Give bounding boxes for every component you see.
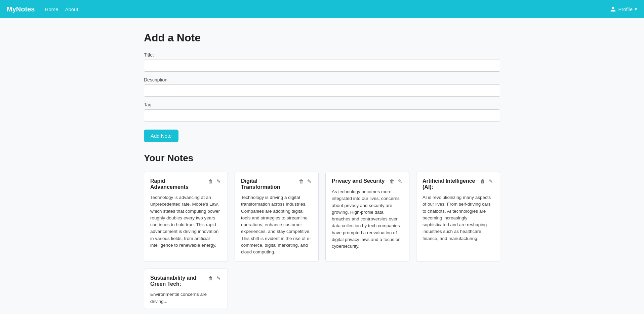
edit-note-button[interactable]: ✎ [216, 275, 222, 281]
delete-note-button[interactable]: 🗑 [389, 178, 395, 184]
delete-note-button[interactable]: 🗑 [207, 178, 214, 184]
note-card-body: Environmental concerns are driving... [150, 291, 222, 305]
navbar-link-about[interactable]: About [65, 6, 78, 12]
note-card-title: Privacy and Security [332, 178, 389, 184]
notes-grid: Rapid Advancements 🗑 ✎ Technology is adv… [144, 172, 500, 262]
note-card-actions: 🗑 ✎ [389, 178, 403, 184]
note-card: Privacy and Security 🗑 ✎ As technology b… [325, 172, 409, 262]
note-card-body: Technology is driving a digital transfor… [241, 194, 312, 255]
profile-caret: ▾ [635, 6, 637, 12]
description-field-group: Description: [144, 77, 500, 97]
edit-note-button[interactable]: ✎ [488, 178, 494, 184]
description-input[interactable] [144, 84, 500, 97]
tag-field-group: Tag: [144, 102, 500, 121]
description-label: Description: [144, 77, 500, 82]
note-card-title: Rapid Advancements [150, 178, 207, 190]
note-card-header: Privacy and Security 🗑 ✎ [332, 178, 403, 184]
note-card-actions: 🗑 ✎ [480, 178, 494, 184]
delete-note-button[interactable]: 🗑 [298, 178, 305, 184]
note-card-actions: 🗑 ✎ [207, 178, 222, 184]
your-notes-title: Your Notes [144, 153, 500, 164]
edit-note-button[interactable]: ✎ [307, 178, 312, 184]
person-icon [610, 6, 616, 12]
note-card-body: Technology is advancing at an unpreceden… [150, 194, 222, 249]
navbar: MyNotes Home About Profile ▾ [0, 0, 644, 18]
title-label: Title: [144, 52, 500, 58]
note-card-header: Digital Transformation 🗑 ✎ [241, 178, 312, 190]
notes-bottom-row: Sustainability and Green Tech: 🗑 ✎ Envir… [144, 269, 500, 309]
navbar-profile[interactable]: Profile ▾ [610, 6, 637, 12]
note-card-header: Sustainability and Green Tech: 🗑 ✎ [150, 275, 222, 287]
page-title: Add a Note [144, 32, 500, 44]
navbar-links: Home About [45, 6, 610, 12]
navbar-brand[interactable]: MyNotes [7, 5, 35, 13]
note-card: Digital Transformation 🗑 ✎ Technology is… [235, 172, 319, 262]
delete-note-button[interactable]: 🗑 [480, 178, 486, 184]
note-card-title: Artificial Intelligence (AI): [422, 178, 480, 190]
note-card: Artificial Intelligence (AI): 🗑 ✎ AI is … [416, 172, 500, 262]
title-field-group: Title: [144, 52, 500, 72]
note-card-partial: Sustainability and Green Tech: 🗑 ✎ Envir… [144, 269, 228, 309]
main-content: Add a Note Title: Description: Tag: Add … [137, 18, 507, 314]
note-card-body: AI is revolutionizing many aspects of ou… [422, 194, 494, 242]
tag-input[interactable] [144, 109, 500, 121]
edit-note-button[interactable]: ✎ [397, 178, 403, 184]
note-card: Rapid Advancements 🗑 ✎ Technology is adv… [144, 172, 228, 262]
note-card-title: Sustainability and Green Tech: [150, 275, 207, 287]
note-card-actions: 🗑 ✎ [207, 275, 222, 281]
note-card-header: Artificial Intelligence (AI): 🗑 ✎ [422, 178, 494, 190]
note-card-title: Digital Transformation [241, 178, 298, 190]
edit-note-button[interactable]: ✎ [216, 178, 222, 184]
note-card-header: Rapid Advancements 🗑 ✎ [150, 178, 222, 190]
navbar-link-home[interactable]: Home [45, 6, 58, 12]
profile-label: Profile [618, 6, 633, 12]
add-note-button[interactable]: Add Note [144, 130, 178, 142]
title-input[interactable] [144, 60, 500, 72]
delete-note-button[interactable]: 🗑 [207, 275, 214, 281]
note-card-actions: 🗑 ✎ [298, 178, 312, 184]
note-card-body: As technology becomes more integrated in… [332, 188, 403, 250]
tag-label: Tag: [144, 102, 500, 107]
